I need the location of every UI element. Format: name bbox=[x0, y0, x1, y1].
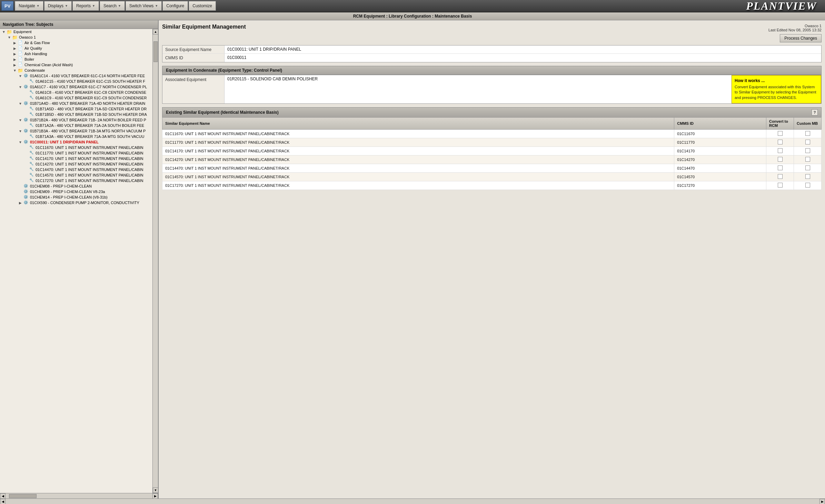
tree-label-01C17270: 01C17270: UNIT 1 INST MOUNT INSTRUMENT P… bbox=[36, 179, 143, 183]
checkbox-custom-2[interactable] bbox=[805, 148, 810, 153]
tree-item-01B71A3A[interactable]: 🔧01B71A3A - 480 VOLT BREAKER 71A-3A MTG … bbox=[0, 134, 152, 139]
tree-toggle-01B71B3A[interactable]: ▼ bbox=[18, 129, 23, 133]
tree-item-air-gas-flow[interactable]: ▶📄Air & Gas Flow bbox=[0, 40, 152, 46]
tree-item-01CHEM09[interactable]: ⚙️01CHEM09 - PREP I-CHEM-CLEAN V8-23a bbox=[0, 189, 152, 194]
tree-item-01B71B2A[interactable]: ▼⚙️01B71B2A - 480 VOLT BREAKER 71B- 2A N… bbox=[0, 117, 152, 123]
tree-toggle-chem-clean[interactable]: ▶ bbox=[12, 63, 17, 67]
tree-item-01C11670[interactable]: 🔧01C11670: UNIT 1 INST MOUNT INSTRUMENT … bbox=[0, 145, 152, 150]
tree-item-01A61C9[interactable]: 🔧01A61C9 - 4160 VOLT BREAKER 61C-C9 SOUT… bbox=[0, 95, 152, 101]
process-changes-button[interactable]: Process Changes bbox=[780, 34, 822, 42]
tree-toggle-air-quality[interactable]: ▶ bbox=[12, 47, 17, 50]
checkbox-custom-6[interactable] bbox=[805, 183, 810, 188]
tree-item-01C00011[interactable]: ▼⚙️01C00011: UNIT 1 DRIP/DRAIN PANEL bbox=[0, 139, 152, 145]
tree-item-air-quality[interactable]: ▶📄Air Quality bbox=[0, 46, 152, 51]
global-hscroll-right[interactable]: ▶ bbox=[819, 499, 825, 504]
tree-item-01B71A2A[interactable]: 🔧01B71A2A - 480 VOLT BREAKER 71A-2A SOUT… bbox=[0, 123, 152, 128]
checkbox-convert-1[interactable] bbox=[778, 140, 783, 144]
table-row[interactable]: 01C11770: UNIT 1 INST MOUNT INSTRUMENT P… bbox=[162, 138, 822, 147]
tree-item-01B71A5D[interactable]: 🔧01B71A5D - 480 VOLT BREAKER 71A-5D CENT… bbox=[0, 106, 152, 112]
ese-help-icon[interactable]: ? bbox=[812, 109, 818, 115]
search-button[interactable]: Search ▼ bbox=[100, 1, 125, 11]
table-row[interactable]: 01C17270: UNIT 1 INST MOUNT INSTRUMENT P… bbox=[162, 181, 822, 190]
tree-toggle-boiler[interactable]: ▶ bbox=[12, 58, 17, 61]
displays-button[interactable]: Displays ▼ bbox=[44, 1, 72, 11]
nav-tree-inner[interactable]: ▼📁Equipment▼📁Owasco 1▶📄Air & Gas Flow▶📄A… bbox=[0, 29, 152, 493]
checkbox-convert-5[interactable] bbox=[778, 174, 783, 179]
tree-item-01C17270[interactable]: 🔧01C17270: UNIT 1 INST MOUNT INSTRUMENT … bbox=[0, 178, 152, 183]
global-hscroll-left[interactable]: ◀ bbox=[0, 499, 6, 504]
tree-label-condensate: Condensate bbox=[24, 68, 45, 72]
tree-item-ash-handling[interactable]: ▶📄Ash Handling bbox=[0, 51, 152, 57]
global-hscroll[interactable]: ◀ ▶ bbox=[0, 498, 825, 504]
tree-item-01B71A4D[interactable]: ▼⚙️01B71A4D - 480 VOLT BREAKER 71A-4D NO… bbox=[0, 101, 152, 106]
tree-toggle-01B71B2A[interactable]: ▼ bbox=[18, 118, 23, 122]
tree-icon-01CIX590: ⚙️ bbox=[23, 200, 29, 205]
tree-toggle-01C00011[interactable]: ▼ bbox=[18, 140, 23, 144]
checkbox-convert-2[interactable] bbox=[778, 148, 783, 153]
tree-item-01CHEM08[interactable]: ⚙️01CHEM08 - PREP I-CHEM-CLEAN bbox=[0, 183, 152, 189]
tree-toggle-01CIX590[interactable]: ▶ bbox=[18, 201, 23, 205]
table-row[interactable]: 01C14270: UNIT 1 INST MOUNT INSTRUMENT P… bbox=[162, 155, 822, 164]
nav-hscroll[interactable]: ◀ ▶ bbox=[0, 493, 158, 498]
tree-item-01A61C7[interactable]: ▼⚙️01A61C7 - 4160 VOLT BREAKER 61C-C7 NO… bbox=[0, 84, 152, 90]
checkbox-custom-0[interactable] bbox=[805, 131, 810, 136]
tooltip-box: How it works ... Convert Equipment assoc… bbox=[732, 75, 821, 103]
checkbox-convert-4[interactable] bbox=[778, 165, 783, 170]
tree-toggle-equipment[interactable]: ▼ bbox=[1, 30, 6, 34]
switch-views-button[interactable]: Switch Views ▼ bbox=[126, 1, 162, 11]
plantview-logo: PLANTVIEW bbox=[746, 0, 824, 12]
tree-item-01C14470[interactable]: 🔧01C14470: UNIT 1 INST MOUNT INSTRUMENT … bbox=[0, 167, 152, 172]
navigate-button[interactable]: Navigate ▼ bbox=[15, 1, 43, 11]
checkbox-custom-5[interactable] bbox=[805, 174, 810, 179]
tree-item-01A61C14[interactable]: ▼⚙️01A61C14 - 4160 VOLT BREAKER 61C-C14 … bbox=[0, 73, 152, 79]
tree-item-01CHEM14[interactable]: ⚙️01CHEM14 - PREP I-CHEM-CLEAN (V8-31b) bbox=[0, 194, 152, 200]
tree-item-01C14170[interactable]: 🔧01C14170: UNIT 1 INST MOUNT INSTRUMENT … bbox=[0, 156, 152, 161]
tree-toggle-ash-handling[interactable]: ▶ bbox=[12, 52, 17, 56]
tree-toggle-air-gas-flow[interactable]: ▶ bbox=[12, 41, 17, 45]
logo-button[interactable]: PV bbox=[1, 1, 13, 11]
reports-button[interactable]: Reports ▼ bbox=[72, 1, 99, 11]
tree-item-01C14270[interactable]: 🔧01C14270: UNIT 1 INST MOUNT INSTRUMENT … bbox=[0, 161, 152, 167]
nav-panel: Navigation Tree: Subjects ▼📁Equipment▼📁O… bbox=[0, 20, 159, 498]
tree-item-equipment[interactable]: ▼📁Equipment bbox=[0, 29, 152, 34]
tree-toggle-condensate[interactable]: ▼ bbox=[12, 69, 17, 72]
tree-toggle-01B71A4D[interactable]: ▼ bbox=[18, 102, 23, 105]
hscroll-left-arrow[interactable]: ◀ bbox=[0, 493, 6, 499]
tree-item-01A61C15[interactable]: 🔧01A61C15 - 4160 VOLT BREAKER 61C-C15 SO… bbox=[0, 79, 152, 84]
ese-header-title: Existing Similar Equipment (Identical Ma… bbox=[166, 110, 279, 115]
configure-button[interactable]: Configure bbox=[162, 1, 188, 11]
table-row[interactable]: 01C14570: UNIT 1 INST MOUNT INSTRUMENT P… bbox=[162, 173, 822, 181]
checkbox-custom-4[interactable] bbox=[805, 165, 810, 170]
vscroll-down-arrow[interactable]: ▼ bbox=[153, 487, 158, 493]
hscroll-right-arrow[interactable]: ▶ bbox=[152, 493, 158, 499]
checkbox-custom-3[interactable] bbox=[805, 157, 810, 162]
cell-convert-3 bbox=[766, 155, 794, 164]
tree-item-chem-clean[interactable]: ▶📄Chemical Clean (Acid Wash) bbox=[0, 62, 152, 68]
vscroll-up-arrow[interactable]: ▲ bbox=[153, 29, 158, 34]
checkbox-convert-6[interactable] bbox=[778, 183, 783, 188]
table-row[interactable]: 01C11670: UNIT 1 INST MOUNT INSTRUMENT P… bbox=[162, 130, 822, 138]
customize-button[interactable]: Customize bbox=[189, 1, 216, 11]
tree-item-01B71B3A[interactable]: ▼⚙️01B71B3A - 480 VOLT BREAKER 71B-3A MT… bbox=[0, 128, 152, 134]
table-row[interactable]: 01C14170: UNIT 1 INST MOUNT INSTRUMENT P… bbox=[162, 147, 822, 155]
tree-item-01C14570[interactable]: 🔧01C14570: UNIT 1 INST MOUNT INSTRUMENT … bbox=[0, 172, 152, 178]
tree-item-condensate[interactable]: ▼📁Condensate bbox=[0, 68, 152, 73]
tree-item-01A61C8[interactable]: 🔧01A61C8 - 4160 VOLT BREAKER 61C-C8 CENT… bbox=[0, 90, 152, 95]
tree-item-boiler[interactable]: ▶📄Boiler bbox=[0, 57, 152, 62]
tree-item-01B71B5D[interactable]: 🔧01B71B5D - 480 VOLT BREAKER 71B-5D SOUT… bbox=[0, 112, 152, 117]
tree-toggle-owasco1[interactable]: ▼ bbox=[7, 36, 12, 39]
nav-vscroll[interactable]: ▲ ▼ bbox=[152, 29, 158, 493]
tree-item-01C11770[interactable]: 🔧01C11770: UNIT 1 INST MOUNT INSTRUMENT … bbox=[0, 150, 152, 156]
tree-item-owasco1[interactable]: ▼📁Owasco 1 bbox=[0, 34, 152, 40]
tree-icon-owasco1: 📁 bbox=[12, 35, 18, 40]
tree-toggle-01A61C7[interactable]: ▼ bbox=[18, 85, 23, 89]
checkbox-convert-3[interactable] bbox=[778, 157, 783, 162]
tree-toggle-01A61C14[interactable]: ▼ bbox=[18, 74, 23, 78]
tree-item-01CIX590[interactable]: ▶⚙️01CIX590 - CONDENSER PUMP 2-MONITOR, … bbox=[0, 200, 152, 205]
checkbox-custom-1[interactable] bbox=[805, 140, 810, 144]
hscroll-thumb[interactable] bbox=[9, 494, 37, 498]
tree-label-ash-handling: Ash Handling bbox=[24, 52, 47, 56]
vscroll-thumb[interactable] bbox=[153, 41, 158, 62]
checkbox-convert-0[interactable] bbox=[778, 131, 783, 136]
table-row[interactable]: 01C14470: UNIT 1 INST MOUNT INSTRUMENT P… bbox=[162, 164, 822, 173]
